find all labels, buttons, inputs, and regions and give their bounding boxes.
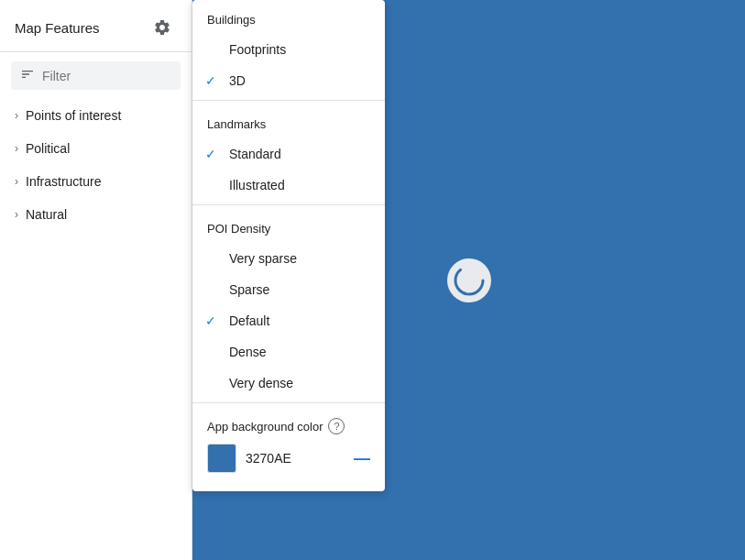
chevron-right-icon: › (15, 142, 18, 155)
menu-item-very-sparse[interactable]: Very sparse (192, 243, 385, 274)
menu-item-label: Illustrated (229, 178, 285, 192)
color-swatch[interactable] (207, 444, 236, 473)
chevron-right-icon: › (15, 208, 18, 221)
divider-3 (192, 402, 385, 403)
menu-item-very-dense[interactable]: Very dense (192, 368, 385, 399)
checkmark-icon: ✓ (205, 73, 216, 88)
menu-item-label: Very sparse (229, 251, 297, 266)
nav-label: Natural (26, 207, 67, 222)
help-icon[interactable]: ? (328, 418, 345, 434)
menu-item-3d[interactable]: ✓ 3D (192, 65, 385, 96)
menu-item-dense[interactable]: Dense (192, 336, 385, 368)
landmarks-section-header: Landmarks (192, 104, 385, 138)
divider-2 (192, 204, 385, 205)
color-input-row: — (207, 444, 370, 473)
menu-item-sparse[interactable]: Sparse (192, 274, 385, 305)
sidebar-item-political[interactable]: › Political (0, 132, 192, 165)
gear-icon (153, 18, 171, 37)
sidebar-item-infrastructure[interactable]: › Infrastructure (0, 165, 192, 198)
loading-spinner (447, 258, 491, 302)
sidebar-item-points-of-interest[interactable]: › Points of interest (0, 99, 192, 132)
svg-point-0 (455, 267, 483, 294)
buildings-section-header: Buildings (192, 0, 385, 34)
menu-item-label: Very dense (229, 376, 293, 390)
checkmark-icon: ✓ (205, 313, 216, 328)
menu-item-footprints[interactable]: Footprints (192, 34, 385, 65)
color-label: App background color (207, 420, 323, 434)
menu-item-standard[interactable]: ✓ Standard (192, 138, 385, 170)
divider-1 (192, 100, 385, 101)
sidebar-title: Map Features (15, 20, 100, 36)
menu-item-illustrated[interactable]: Illustrated (192, 170, 385, 201)
dropdown-panel: Buildings Footprints ✓ 3D Landmarks ✓ St… (192, 0, 385, 491)
nav-label: Political (26, 141, 70, 156)
filter-lines-icon (20, 67, 35, 84)
color-value-input[interactable] (246, 451, 310, 466)
menu-item-label: Sparse (229, 282, 269, 297)
gear-button[interactable] (148, 13, 177, 42)
filter-bar[interactable] (11, 61, 181, 90)
nav-label: Points of interest (26, 108, 121, 123)
menu-item-label: 3D (229, 73, 246, 88)
color-section: App background color ? — (192, 407, 385, 477)
poi-density-section-header: POI Density (192, 209, 385, 243)
sidebar-header: Map Features (0, 0, 192, 52)
menu-item-label: Default (229, 313, 269, 328)
color-minus-button[interactable]: — (354, 449, 370, 468)
sidebar: Map Features › Points of interest › Poli… (0, 0, 192, 560)
menu-item-label: Dense (229, 345, 266, 359)
chevron-right-icon: › (15, 175, 18, 188)
filter-icon-svg (20, 67, 35, 82)
sidebar-item-natural[interactable]: › Natural (0, 198, 192, 231)
menu-item-default[interactable]: ✓ Default (192, 305, 385, 336)
spinner-svg (453, 264, 486, 297)
nav-list: › Points of interest › Political › Infra… (0, 99, 192, 231)
chevron-right-icon: › (15, 109, 18, 122)
menu-item-label: Footprints (229, 42, 286, 57)
nav-label: Infrastructure (26, 174, 101, 189)
filter-input[interactable] (42, 69, 171, 83)
checkmark-icon: ✓ (205, 147, 216, 161)
menu-item-label: Standard (229, 147, 281, 161)
color-label-row: App background color ? (207, 418, 370, 434)
